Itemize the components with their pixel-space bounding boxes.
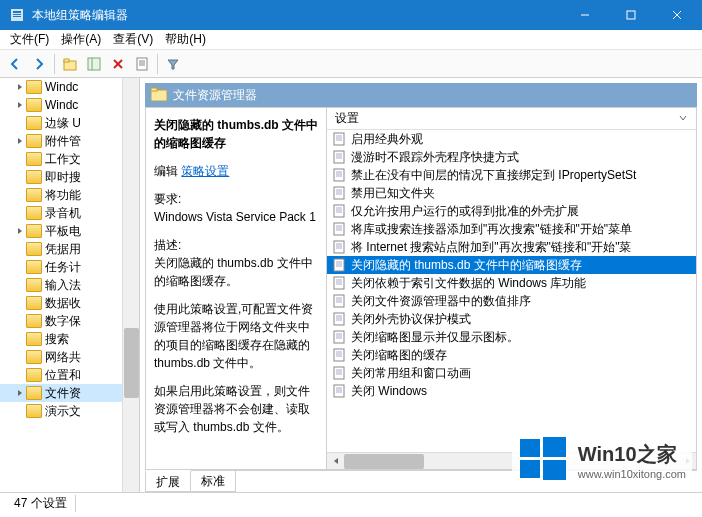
list-item[interactable]: 关闭隐藏的 thumbs.db 文件中的缩略图缓存 [327, 256, 696, 274]
watermark-url: www.win10xitong.com [578, 468, 686, 480]
expand-toggle-icon[interactable] [14, 387, 26, 399]
folder-icon [26, 368, 42, 382]
folder-icon [26, 134, 42, 148]
tree-item[interactable]: 即时搜 [0, 168, 139, 186]
svg-rect-36 [334, 205, 344, 217]
properties-button[interactable] [131, 53, 153, 75]
status-count: 47 个设置 [6, 495, 76, 512]
edit-policy-link[interactable]: 策略设置 [181, 164, 229, 178]
list-hscroll-thumb[interactable] [344, 454, 424, 469]
tree-item[interactable]: 文件资 [0, 384, 139, 402]
list-item[interactable]: 关闭依赖于索引文件数据的 Windows 库功能 [327, 274, 696, 292]
menu-action[interactable]: 操作(A) [55, 29, 107, 50]
tree-item-label: 搜索 [45, 331, 69, 348]
tree-item[interactable]: 搜索 [0, 330, 139, 348]
list-item-label: 关闭缩略图的缓存 [351, 347, 447, 364]
expand-toggle-icon [14, 297, 26, 309]
svg-rect-40 [334, 223, 344, 235]
forward-button[interactable] [28, 53, 50, 75]
svg-rect-60 [334, 313, 344, 325]
window-title: 本地组策略编辑器 [32, 7, 562, 24]
tree-item[interactable]: Windc [0, 78, 139, 96]
tree-item-label: 数据收 [45, 295, 81, 312]
folder-icon [26, 152, 42, 166]
show-hide-tree-button[interactable] [83, 53, 105, 75]
list-item[interactable]: 将库或搜索连接器添加到"再次搜索"链接和"开始"菜单 [327, 220, 696, 238]
tree-item[interactable]: 平板电 [0, 222, 139, 240]
tree-item[interactable]: 位置和 [0, 366, 139, 384]
tree-item[interactable]: 演示文 [0, 402, 139, 420]
list-item[interactable]: 禁用已知文件夹 [327, 184, 696, 202]
requirements-label: 要求: [154, 190, 318, 208]
tree-item[interactable]: 录音机 [0, 204, 139, 222]
policy-icon [331, 221, 347, 237]
list-item[interactable]: 将 Internet 搜索站点附加到"再次搜索"链接和"开始"菜 [327, 238, 696, 256]
maximize-button[interactable] [608, 0, 654, 30]
up-button[interactable] [59, 53, 81, 75]
tree-item[interactable]: 数据收 [0, 294, 139, 312]
tree-item-label: 边缘 U [45, 115, 81, 132]
svg-rect-76 [334, 385, 344, 397]
policy-icon [331, 293, 347, 309]
tree-item-label: 任务计 [45, 259, 81, 276]
tab-standard[interactable]: 标准 [190, 471, 236, 492]
settings-column-header[interactable]: 设置 [327, 108, 696, 130]
folder-icon [26, 206, 42, 220]
svg-rect-68 [334, 349, 344, 361]
folder-icon [151, 87, 167, 104]
edit-label: 编辑 [154, 164, 178, 178]
menu-file[interactable]: 文件(F) [4, 29, 55, 50]
list-item-label: 启用经典外观 [351, 131, 423, 148]
expand-toggle-icon [14, 405, 26, 417]
tree-item[interactable]: 凭据用 [0, 240, 139, 258]
list-item[interactable]: 关闭缩略图显示并仅显示图标。 [327, 328, 696, 346]
tree-item[interactable]: 工作文 [0, 150, 139, 168]
list-item[interactable]: 禁止在没有中间层的情况下直接绑定到 IPropertySetSt [327, 166, 696, 184]
close-button[interactable] [654, 0, 700, 30]
list-item[interactable]: 关闭外壳协议保护模式 [327, 310, 696, 328]
expand-toggle-icon[interactable] [14, 99, 26, 111]
tree-item[interactable]: 网络共 [0, 348, 139, 366]
list-item-label: 仅允许按用户运行的或得到批准的外壳扩展 [351, 203, 579, 220]
tree-item[interactable]: 任务计 [0, 258, 139, 276]
tree-item[interactable]: 附件管 [0, 132, 139, 150]
list-item[interactable]: 关闭常用组和窗口动画 [327, 364, 696, 382]
tree-item[interactable]: 输入法 [0, 276, 139, 294]
tree-item-label: Windc [45, 80, 78, 94]
expand-toggle-icon[interactable] [14, 135, 26, 147]
expand-toggle-icon[interactable] [14, 81, 26, 93]
tree-item[interactable]: Windc [0, 96, 139, 114]
tree-item[interactable]: 将功能 [0, 186, 139, 204]
svg-rect-80 [520, 439, 540, 457]
filter-button[interactable] [162, 53, 184, 75]
list-item-label: 漫游时不跟踪外壳程序快捷方式 [351, 149, 519, 166]
folder-icon [26, 170, 42, 184]
list-item[interactable]: 关闭缩略图的缓存 [327, 346, 696, 364]
tree-scrollbar-thumb[interactable] [124, 328, 139, 398]
list-item-label: 关闭依赖于索引文件数据的 Windows 库功能 [351, 275, 586, 292]
tree-item[interactable]: 边缘 U [0, 114, 139, 132]
expand-toggle-icon [14, 333, 26, 345]
list-item[interactable]: 启用经典外观 [327, 130, 696, 148]
expand-toggle-icon[interactable] [14, 225, 26, 237]
menu-view[interactable]: 查看(V) [107, 29, 159, 50]
scroll-left-button[interactable] [327, 453, 344, 470]
svg-rect-72 [334, 367, 344, 379]
policy-icon [331, 365, 347, 381]
back-button[interactable] [4, 53, 26, 75]
svg-rect-18 [151, 90, 167, 101]
menubar: 文件(F) 操作(A) 查看(V) 帮助(H) [0, 30, 702, 50]
policy-icon [331, 275, 347, 291]
list-item[interactable]: 关闭文件资源管理器中的数值排序 [327, 292, 696, 310]
watermark: Win10之家 www.win10xitong.com [512, 431, 692, 489]
tab-extended[interactable]: 扩展 [145, 470, 191, 492]
delete-button[interactable] [107, 53, 129, 75]
list-item[interactable]: 关闭 Windows [327, 382, 696, 400]
tree-scrollbar[interactable] [122, 78, 139, 492]
list-item[interactable]: 仅允许按用户运行的或得到批准的外壳扩展 [327, 202, 696, 220]
menu-help[interactable]: 帮助(H) [159, 29, 212, 50]
list-item[interactable]: 漫游时不跟踪外壳程序快捷方式 [327, 148, 696, 166]
folder-icon [26, 278, 42, 292]
minimize-button[interactable] [562, 0, 608, 30]
tree-item[interactable]: 数字保 [0, 312, 139, 330]
